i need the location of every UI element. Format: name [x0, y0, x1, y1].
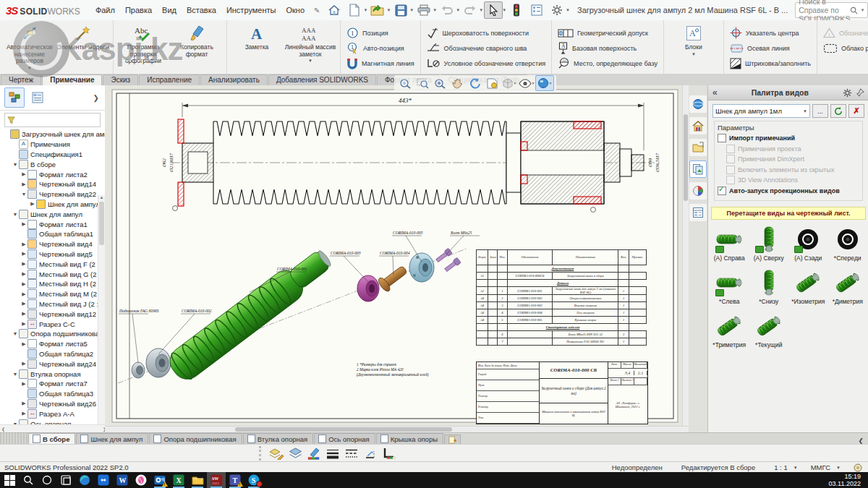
tree-expander[interactable]: ▶ [20, 251, 27, 257]
menu-инструменты[interactable]: Инструменты [221, 4, 281, 17]
command-tab-анализировать[interactable]: Анализировать [200, 74, 268, 85]
home-icon[interactable] [325, 1, 344, 19]
command-tab-чертеж[interactable]: Чертеж [1, 74, 41, 85]
tree-item-7[interactable]: ▶Шнек для ампул 1мл [0, 200, 105, 210]
view-thumb-Диметрия[interactable]: *Диметрия [828, 266, 868, 309]
title-block[interactable]: Изм. Лист № докум. Подп. ДатаРазраб.Пров… [476, 361, 648, 424]
tree-expander[interactable]: ▶ [29, 201, 36, 207]
help-search-box[interactable]: Поиск в Справке по SOLIDWORKS ▼ [795, 2, 868, 18]
save-icon[interactable] [391, 1, 410, 19]
tree-item-11[interactable]: ▶Чертежный вид4 [0, 239, 105, 249]
line-color-icon[interactable] [305, 446, 323, 461]
tree-item-8[interactable]: ▼Шнек для ампул [0, 209, 105, 219]
ribbon-button-datum-target[interactable]: A1Место, определяющее базу [555, 56, 660, 71]
taskbar-search-icon[interactable] [19, 472, 38, 488]
taskbar-clock[interactable]: 15:19 03.11.2022 [829, 473, 861, 487]
open-icon[interactable] [368, 1, 387, 19]
ribbon-button-note-array[interactable]: AAAAAAЛинейный массив заметок▼ [284, 22, 337, 73]
command-tab-примечание[interactable]: Примечание [42, 74, 102, 85]
ribbon-button-hole-callout[interactable]: Условное обозначение отверстия [424, 56, 549, 71]
tree-expander[interactable]: ▶ [20, 281, 27, 287]
tree-item-26[interactable]: Общая таблица3 [0, 389, 105, 399]
tree-item-25[interactable]: ▶Формат листа7 [0, 379, 105, 389]
tree-expander[interactable]: ▶ [20, 291, 27, 297]
sheet-tab-в-сборе[interactable]: В сборе [28, 433, 75, 445]
sheet-tab-ось-опорная[interactable]: Ось опорная [314, 433, 375, 445]
tree-item-16[interactable]: ▶Местный вид M (2 : 1) [0, 289, 105, 299]
tree-item-23[interactable]: ▶Чертежный вид24 [0, 359, 105, 369]
view-thumb-Текущий[interactable]: *Текущий [749, 309, 789, 353]
options-gear-icon[interactable] [548, 1, 566, 19]
dropdown-caret[interactable]: ▼ [692, 52, 696, 56]
taskbar-task-view-icon[interactable] [56, 472, 75, 488]
tree-item-27[interactable]: ▶Чертежный вид26 [0, 399, 105, 409]
tree-item-28[interactable]: ▶↔Разрез A-A [0, 408, 105, 419]
tree-item-12[interactable]: ▶Чертежный вид5 [0, 249, 105, 260]
ribbon-button-autoballoon[interactable]: 1Авто-позиция [344, 40, 417, 56]
open-caret[interactable]: ▼ [386, 8, 391, 12]
tree-item-18[interactable]: ▶Чертежный вид12 [0, 309, 105, 319]
taskbar-teamviewer-icon[interactable] [94, 472, 113, 488]
ribbon-button-revision-cloud[interactable]: Облако редакций [820, 40, 868, 56]
panel-expand-arrow[interactable]: ❯ [93, 94, 99, 102]
view-thumb-Слева[interactable]: *Слева [710, 266, 749, 309]
document-dropdown[interactable]: Шнек для ампул 1мл ▼ [712, 104, 810, 118]
tree-item-17[interactable]: ▶Местный вид J (2 : 1) [0, 299, 105, 309]
view-thumb-АСверху[interactable]: (А) Сверху [749, 223, 789, 266]
ribbon-button-spellcheck[interactable]: AbcПрограмма проверки орфографии [116, 22, 170, 73]
featuremanager-tab[interactable] [4, 87, 25, 108]
ribbon-button-geometric-tolerance[interactable]: Геометрический допуск [555, 25, 660, 40]
redo-icon[interactable] [461, 1, 480, 19]
view-thumb-Изометрия[interactable]: *Изометрия [788, 266, 828, 309]
pan-icon[interactable] [448, 76, 466, 90]
tree-item-4[interactable]: ▶Формат листа2 [0, 169, 105, 179]
status-item-3[interactable]: ММГС [811, 463, 830, 471]
drawing-graphics-area[interactable]: 443*Ø62Ø21,6H7Ø80Ø36,5H7CORIMA-010-001CO… [105, 85, 689, 432]
line-style-icon[interactable] [342, 446, 361, 461]
close-palette-button[interactable]: ✗ [848, 104, 864, 118]
refresh-button[interactable] [830, 104, 846, 118]
view-settings-icon[interactable]: ▼ [535, 75, 554, 91]
ribbon-button-balloon[interactable]: 1Позиция [344, 25, 417, 40]
tree-item-20[interactable]: ▼Опора подшипниковая [0, 329, 105, 339]
dropdown-caret[interactable]: ▼ [27, 66, 32, 70]
ribbon-button-blocks[interactable]: AБлоки▼ [667, 22, 720, 73]
file-explorer-tab[interactable] [689, 139, 707, 156]
tree-expander[interactable]: ▶ [20, 341, 27, 347]
ribbon-button-magnet[interactable]: Магнитная линия [344, 56, 417, 71]
ribbon-button-datum-feature[interactable]: AБазовая поверхность [555, 40, 660, 56]
pane-options-gear-icon[interactable] [843, 88, 852, 98]
tree-item-2[interactable]: Спецификация1 [0, 150, 105, 160]
zoom-area-icon[interactable] [414, 76, 431, 90]
graphics-hscrollbar[interactable] [105, 426, 689, 432]
save-caret[interactable]: ▼ [409, 8, 414, 12]
tree-item-9[interactable]: ▶Формат листа1 [0, 219, 105, 229]
command-tab-эскиз[interactable]: Эскиз [103, 74, 138, 85]
view-thumb-Снизу[interactable]: *Снизу [749, 266, 789, 309]
taskbar-outlook-icon[interactable] [150, 472, 169, 488]
undo-icon[interactable] [438, 1, 456, 19]
view-thumb-Спереди[interactable]: *Спереди [828, 223, 868, 266]
menu-вид[interactable]: Вид [157, 4, 182, 17]
print-caret[interactable]: ▼ [433, 8, 437, 12]
quick-tips-icon[interactable] [854, 463, 862, 472]
tree-expander[interactable]: ▶ [20, 401, 27, 406]
rotate-view-icon[interactable] [466, 76, 483, 90]
tree-expander[interactable]: ▼ [12, 372, 19, 377]
tree-item-3[interactable]: ▼В сборе [0, 159, 105, 169]
add-sheet-button[interactable] [444, 435, 461, 445]
ribbon-button-format-painter[interactable]: Копировать формат [170, 22, 224, 73]
tree-expander[interactable]: ▶ [20, 271, 27, 277]
graphics-vscrollbar[interactable] [682, 85, 689, 427]
tree-item-15[interactable]: ▶Местный вид H (2 : 1) [0, 279, 105, 289]
command-tab-исправление[interactable]: Исправление [139, 74, 200, 85]
select-cursor-caret[interactable]: ▼ [502, 8, 506, 12]
taskbar-solidworks-icon[interactable]: SW2022 [207, 472, 226, 488]
tree-item-13[interactable]: ▶Местный вид F (2 : 1) [0, 259, 105, 269]
taskbar-teams-icon[interactable]: T [226, 472, 244, 488]
color-display-mode-icon[interactable] [380, 446, 399, 461]
tree-expander[interactable]: ▼ [20, 192, 27, 197]
status-item-2[interactable]: 1 : 1 [774, 463, 788, 471]
appearances-tab[interactable] [689, 182, 707, 200]
tree-item-24[interactable]: ▼Втулка опорная [0, 369, 105, 379]
